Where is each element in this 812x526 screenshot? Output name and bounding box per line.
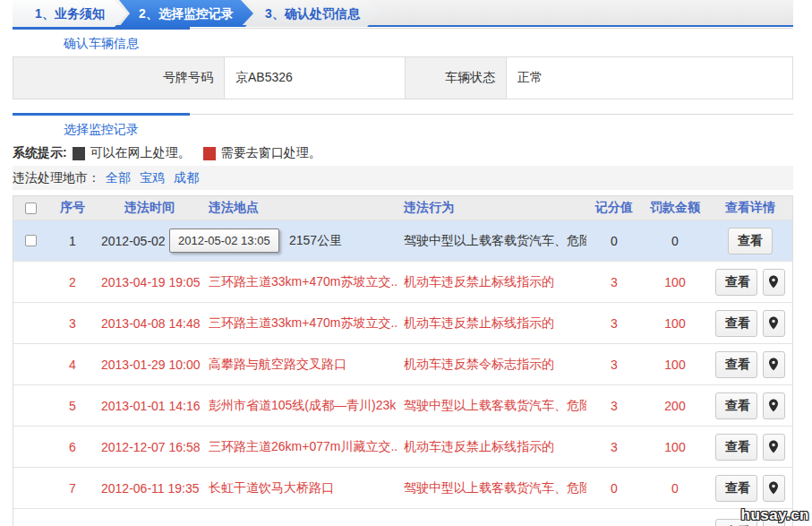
location-pin-button[interactable] bbox=[763, 434, 785, 461]
view-button[interactable]: 查看 bbox=[728, 228, 773, 254]
header-points: 记分值 bbox=[586, 198, 642, 218]
violations-table: 序号 违法时间 违法地点 违法行为 记分值 罚款金额 查看详情 1 2012-0… bbox=[13, 195, 793, 526]
header-detail: 查看详情 bbox=[708, 198, 792, 218]
table-header-row: 序号 违法时间 违法地点 违法行为 记分值 罚款金额 查看详情 bbox=[13, 196, 792, 220]
vehicle-info-table: 号牌号码 京AB5326 车辆状态 正常 bbox=[13, 56, 793, 99]
view-button[interactable]: 查看 bbox=[715, 434, 757, 461]
header-time: 违法时间 bbox=[98, 198, 201, 218]
view-button[interactable]: 查看 bbox=[715, 269, 757, 296]
location-pin-button[interactable] bbox=[763, 475, 785, 502]
location-pin-icon bbox=[768, 481, 779, 495]
legend-online-text: 可以在网上处理。 bbox=[90, 145, 191, 161]
tab-vehicle-info[interactable]: 确认车辆信息 bbox=[13, 27, 190, 57]
time-tooltip: 2012-05-02 13:05 bbox=[169, 229, 279, 253]
header-behavior: 违法行为 bbox=[397, 198, 586, 218]
header-location: 违法地点 bbox=[201, 198, 397, 218]
plate-number-label: 号牌号码 bbox=[13, 57, 225, 99]
records-tabrow: 选择监控记录 bbox=[13, 114, 793, 143]
page: 1、业务须知 2、选择监控记录 3、确认处罚信息 确认车辆信息 号牌号码 京AB… bbox=[0, 0, 812, 526]
table-row[interactable]: 2 2013-04-19 19:05 三环路主道33km+470m苏坡立交...… bbox=[13, 262, 792, 303]
system-hint: 系统提示: 可以在网上处理。 需要去窗口处理。 bbox=[13, 143, 793, 163]
vehicle-status-label: 车辆状态 bbox=[406, 57, 507, 99]
location-pin-button[interactable] bbox=[763, 269, 785, 296]
table-row[interactable]: 7 2012-06-11 19:35 长虹干道饮马大桥路口 驾驶中型以上载客载货… bbox=[13, 468, 792, 509]
step-2-select-records[interactable]: 2、选择监控记录 bbox=[119, 0, 253, 27]
table-row[interactable]: 5 2013-01-01 14:16 彭州市省道105线(成都—青川)23k..… bbox=[13, 385, 792, 427]
row-checkbox[interactable] bbox=[25, 235, 37, 246]
legend-window-square-icon bbox=[203, 147, 216, 160]
table-row[interactable]: 4 2013-01-29 10:00 高攀路与航空路交叉路口 机动车违反禁令标志… bbox=[13, 344, 792, 385]
select-all-checkbox[interactable] bbox=[25, 203, 37, 214]
header-fine: 罚款金额 bbox=[642, 198, 708, 218]
vehicle-info-tabrow: 确认车辆信息 bbox=[13, 28, 793, 57]
step-3-confirm-penalty[interactable]: 3、确认处罚信息 bbox=[245, 0, 380, 27]
header-no: 序号 bbox=[47, 198, 98, 218]
step-1-business-notice[interactable]: 1、业务须知 bbox=[13, 0, 127, 27]
location-pin-icon bbox=[768, 358, 779, 371]
view-button[interactable]: 查看 bbox=[715, 392, 757, 419]
watermark: husay.cn bbox=[741, 506, 809, 524]
table-row[interactable]: 6 2012-12-07 16:58 三环路主道26km+077m川藏立交...… bbox=[13, 427, 792, 468]
tab-select-records[interactable]: 选择监控记录 bbox=[13, 113, 190, 143]
vehicle-status-value: 正常 bbox=[507, 57, 792, 99]
location-pin-button[interactable] bbox=[763, 310, 785, 337]
table-row[interactable]: 3 2013-04-08 14:48 三环路主道33km+470m苏坡立交...… bbox=[13, 303, 792, 344]
legend-online-square-icon bbox=[73, 147, 85, 160]
location-pin-icon bbox=[768, 399, 779, 412]
location-pin-icon bbox=[768, 440, 779, 453]
city-filter-label: 违法处理地市： bbox=[13, 170, 100, 186]
location-pin-button[interactable] bbox=[763, 351, 785, 378]
view-button[interactable]: 查看 bbox=[715, 351, 757, 378]
view-button[interactable]: 查看 bbox=[715, 475, 757, 502]
location-pin-icon bbox=[768, 275, 779, 289]
legend-window-text: 需要去窗口处理。 bbox=[221, 145, 321, 161]
plate-number-value: 京AB5326 bbox=[225, 57, 406, 99]
system-hint-prefix: 系统提示: bbox=[13, 145, 67, 161]
table-row[interactable]: 1 2012-05-02 13:05 2157公里 驾驶中型以上载客载货汽车、危… bbox=[13, 220, 792, 262]
city-filter-chengdu[interactable]: 成都 bbox=[174, 170, 199, 186]
step-navigation: 1、业务须知 2、选择监控记录 3、确认处罚信息 bbox=[13, 0, 793, 27]
city-filter-baoji[interactable]: 宝鸡 bbox=[140, 170, 165, 186]
city-filter-strip: 违法处理地市： 全部 宝鸡 成都 bbox=[13, 166, 793, 190]
location-pin-button[interactable] bbox=[763, 392, 785, 419]
table-row[interactable]: 查看 bbox=[13, 509, 792, 526]
view-button[interactable]: 查看 bbox=[715, 310, 757, 337]
location-pin-icon bbox=[768, 316, 779, 330]
city-filter-all[interactable]: 全部 bbox=[106, 170, 131, 186]
